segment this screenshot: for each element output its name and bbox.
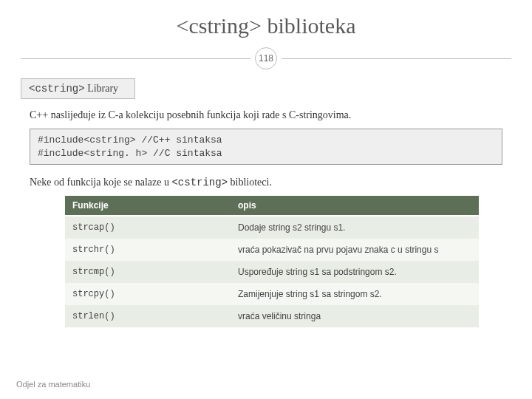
title-divider: 118 [21,49,511,68]
section-label-rest: Library [85,83,118,94]
code-snippet: #include<cstring> //C++ sintaksa #includ… [30,129,502,165]
cell-desc: vraća pokazivač na prvu pojavu znaka c u… [231,239,479,261]
cell-fn: strlen() [65,305,231,327]
functions-table: Funkcije opis strcap() Dodaje string s2 … [65,196,479,327]
page-title: <cstring> biblioteka [21,13,511,38]
page-number-badge: 118 [255,47,277,69]
mid-text-mono: <cstring> [171,177,228,188]
table-header-fn: Funkcije [65,196,231,216]
table-header-desc: opis [231,196,479,216]
code-line-0: #include<cstring> //C++ sintaksa [38,134,222,146]
section-label: <cstring> Library [21,78,135,99]
cell-fn: strcap() [65,216,231,239]
slide: <cstring> biblioteka 118 <cstring> Libra… [0,0,532,399]
mid-text-pre: Neke od funkcija koje se nalaze u [30,177,171,188]
cell-fn: strcmp() [65,261,231,283]
divider-line-right [282,58,511,59]
cell-fn: strcpy() [65,283,231,305]
cell-desc: Dodaje string s2 stringu s1. [231,216,479,239]
section-label-mono: <cstring> [29,83,85,95]
table-header-row: Funkcije opis [65,196,479,216]
cell-desc: Zamijenjuje string s1 sa stringom s2. [231,283,479,305]
code-line-1: #include<string. h> //C sintaksa [38,148,222,159]
table-row: strcmp() Uspoređuje string s1 sa podstri… [65,261,479,283]
cell-desc: vraća veličinu stringa [231,305,479,327]
cell-fn: strchr() [65,239,231,261]
cell-desc: Uspoređuje string s1 sa podstringom s2. [231,261,479,283]
table-row: strcpy() Zamijenjuje string s1 sa string… [65,283,479,305]
table-row: strlen() vraća veličinu stringa [65,305,479,327]
footer-text: Odjel za matematiku [16,380,90,389]
mid-text: Neke od funkcija koje se nalaze u <cstri… [30,177,511,188]
intro-text: C++ naslijeđuje iz C-a kolekciju posebni… [30,109,511,121]
table-row: strcap() Dodaje string s2 stringu s1. [65,216,479,239]
mid-text-post: biblioteci. [228,177,272,188]
divider-line-left [21,58,250,59]
table-row: strchr() vraća pokazivač na prvu pojavu … [65,239,479,261]
